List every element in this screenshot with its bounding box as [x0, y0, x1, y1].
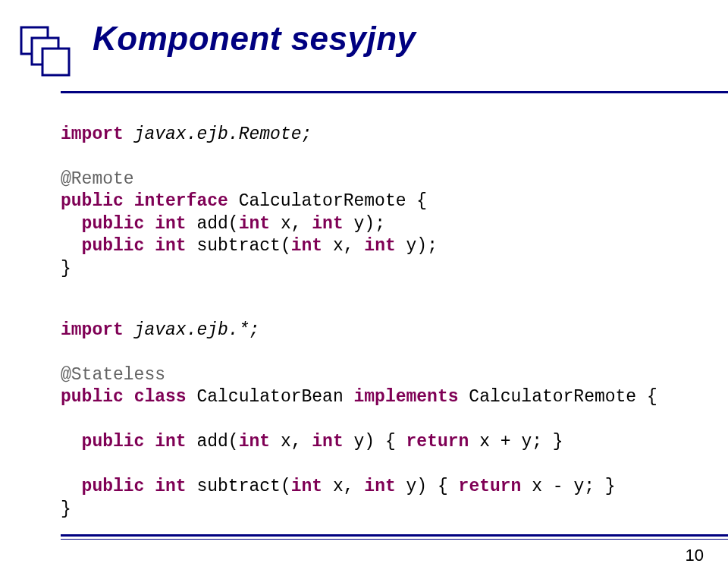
annotation-remote: @Remote — [61, 169, 134, 189]
keyword-return: return — [406, 432, 469, 452]
logo-icon — [17, 23, 76, 85]
keyword-public: public — [82, 477, 145, 496]
code-text: y); — [344, 214, 385, 234]
code-text: add( — [187, 214, 239, 234]
code-text: javax.ejb.*; — [124, 320, 259, 340]
indent — [61, 236, 82, 256]
footer-rule-thick — [61, 534, 728, 537]
code-text: y) { — [344, 432, 406, 452]
annotation-stateless: @Stateless — [61, 365, 165, 385]
keyword-return: return — [459, 477, 522, 496]
keyword-public: public — [82, 432, 145, 452]
keyword-public: public — [82, 214, 145, 234]
code-text: CalculatorRemote { — [228, 191, 427, 211]
code-text: y); — [396, 236, 438, 256]
code-text: subtract( — [187, 236, 291, 256]
code-text: x, — [270, 432, 312, 452]
code-text: add( — [187, 432, 239, 452]
keyword-int: int — [312, 432, 343, 452]
keyword-int: int — [312, 214, 343, 234]
page-title: Komponent sesyjny — [93, 20, 416, 58]
keyword-int: int — [144, 477, 186, 496]
code-text: x + y; } — [469, 432, 563, 452]
keyword-int: int — [364, 477, 395, 496]
header-row: Komponent sesyjny — [17, 20, 690, 85]
keyword-implements: implements — [354, 387, 459, 407]
code-text: CalculatorBean — [187, 387, 354, 407]
code-block-2: import javax.ejb.*; @Stateless public cl… — [61, 319, 690, 521]
code-text: y) { — [396, 477, 459, 496]
indent — [61, 214, 82, 234]
keyword-public: public — [82, 236, 145, 256]
keyword-int: int — [239, 432, 270, 452]
code-text: } — [61, 259, 71, 279]
keyword-int: int — [144, 432, 186, 452]
code-text: CalculatorRemote { — [459, 387, 657, 407]
keyword-int: int — [144, 214, 186, 234]
keyword-import: import — [61, 124, 124, 144]
keyword-int: int — [364, 236, 395, 256]
keyword-int: int — [144, 236, 186, 256]
title-underline — [61, 91, 728, 93]
keyword-public: public — [61, 387, 124, 407]
keyword-public: public — [61, 191, 124, 211]
code-text: subtract( — [187, 477, 291, 496]
indent — [61, 432, 82, 452]
indent — [61, 477, 82, 496]
code-text: x, — [322, 477, 364, 496]
code-block-1: import javax.ejb.Remote; @Remote public … — [61, 124, 690, 280]
keyword-class: class — [124, 387, 187, 407]
keyword-int: int — [291, 477, 322, 496]
footer-rule-thin — [61, 539, 728, 540]
svg-rect-2 — [42, 49, 69, 75]
content-area: import javax.ejb.Remote; @Remote public … — [61, 124, 690, 521]
code-text: javax.ejb.Remote; — [124, 124, 312, 144]
keyword-int: int — [239, 214, 270, 234]
keyword-interface: interface — [124, 191, 228, 211]
page-number: 10 — [686, 546, 704, 565]
code-text: x, — [322, 236, 364, 256]
code-text: x, — [270, 214, 312, 234]
keyword-import: import — [61, 320, 124, 340]
code-text: x - y; } — [521, 477, 615, 496]
keyword-int: int — [291, 236, 322, 256]
code-text: } — [61, 499, 71, 519]
